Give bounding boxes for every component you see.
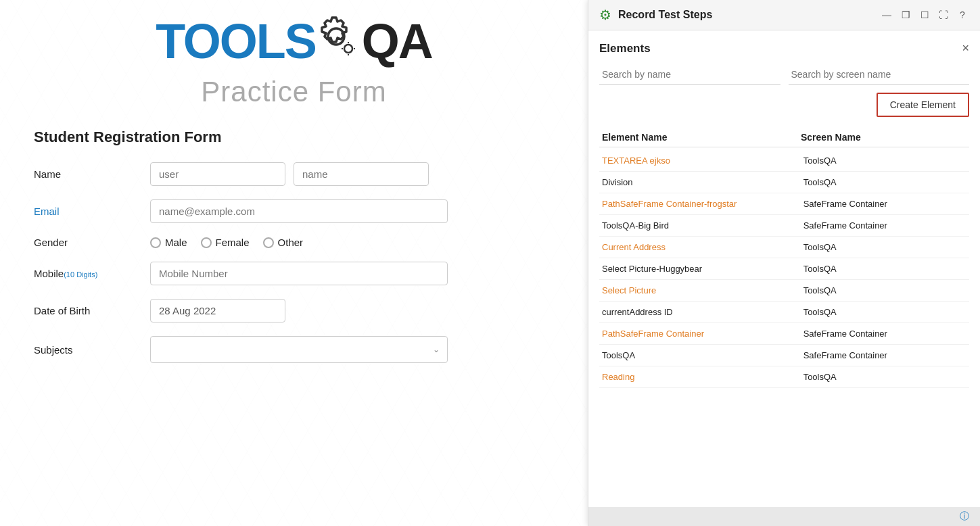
radio-other[interactable]	[263, 237, 274, 248]
dob-row: Date of Birth	[34, 299, 554, 322]
logo-tools-text: TOOLS	[156, 17, 316, 66]
svg-point-0	[344, 45, 352, 53]
panel-body: Elements × Create Element Element Name S…	[588, 30, 980, 526]
logo-gear-icon	[313, 14, 359, 69]
square-button[interactable]: ☐	[918, 8, 931, 22]
subjects-label: Subjects	[34, 344, 142, 356]
panel-titlebar: ⚙ Record Test Steps — ❐ ☐ ⛶ ?	[588, 0, 980, 30]
table-row[interactable]: TEXTAREA ejksoToolsQA	[599, 150, 969, 172]
col-screen-name-header: Screen Name	[801, 132, 966, 143]
gender-label: Gender	[34, 237, 142, 248]
gender-other-option[interactable]: Other	[263, 237, 304, 248]
gender-other-label: Other	[278, 237, 304, 248]
gender-male-option[interactable]: Male	[150, 237, 187, 248]
last-name-input[interactable]	[294, 162, 429, 186]
element-name-cell: PathSafeFrame Container	[602, 329, 803, 339]
element-name-cell: PathSafeFrame Container-frogstar	[602, 199, 803, 209]
dob-label: Date of Birth	[34, 305, 142, 316]
practice-form-title: Practice Form	[201, 76, 386, 108]
subjects-container: ⌄	[150, 336, 448, 363]
table-row[interactable]: PathSafeFrame Container-frogstarSafeFram…	[599, 193, 969, 215]
elements-close-button[interactable]: ×	[962, 41, 969, 55]
dob-input[interactable]	[150, 299, 285, 322]
record-test-steps-panel: ⚙ Record Test Steps — ❐ ☐ ⛶ ? Elements ×…	[588, 0, 980, 526]
radio-male[interactable]	[150, 237, 161, 248]
email-input[interactable]	[150, 199, 448, 223]
elements-header: Elements ×	[599, 41, 969, 55]
table-row[interactable]: Select PictureToolsQA	[599, 280, 969, 302]
table-row[interactable]: ToolsQA-Big BirdSafeFrame Container	[599, 215, 969, 237]
info-icon: ⓘ	[960, 510, 969, 523]
mobile-label-container: Mobile(10 Digits)	[34, 268, 142, 280]
fullscreen-button[interactable]: ⛶	[937, 8, 950, 22]
panel-controls: — ❐ ☐ ⛶ ?	[880, 8, 969, 22]
screen-name-cell: SafeFrame Container	[803, 350, 966, 360]
screen-name-cell: SafeFrame Container	[803, 199, 966, 209]
header-section: TOOLS QA Practice Form	[0, 0, 588, 108]
search-row	[599, 65, 969, 85]
element-name-cell: Division	[602, 177, 803, 187]
mobile-row: Mobile(10 Digits)	[34, 262, 554, 285]
help-button[interactable]: ?	[956, 8, 969, 22]
screen-name-cell: ToolsQA	[803, 264, 966, 274]
element-name-cell: Current Address	[602, 242, 803, 252]
logo-container: TOOLS QA	[156, 14, 432, 69]
name-row: Name	[34, 162, 554, 186]
main-area: TOOLS QA Practice Form Student Registrat…	[0, 0, 588, 526]
gender-male-label: Male	[165, 237, 187, 248]
element-name-cell: TEXTAREA ejkso	[602, 156, 803, 166]
screen-name-cell: SafeFrame Container	[803, 329, 966, 339]
screen-name-cell: ToolsQA	[803, 307, 966, 317]
panel-gear-icon: ⚙	[599, 7, 611, 23]
first-name-input[interactable]	[150, 162, 285, 186]
table-row[interactable]: Select Picture-HuggybearToolsQA	[599, 258, 969, 280]
col-element-name-header: Element Name	[602, 132, 801, 143]
screen-name-cell: ToolsQA	[803, 372, 966, 382]
element-name-cell: Reading	[602, 372, 803, 382]
screen-name-cell: ToolsQA	[803, 177, 966, 187]
table-row[interactable]: ToolsQASafeFrame Container	[599, 345, 969, 366]
screen-name-cell: SafeFrame Container	[803, 220, 966, 231]
form-title: Student Registration Form	[34, 128, 554, 146]
bottom-bar: ⓘ	[588, 507, 980, 526]
table-row[interactable]: ReadingToolsQA	[599, 366, 969, 388]
subjects-input[interactable]	[150, 336, 448, 363]
minimize-button[interactable]: —	[880, 8, 893, 22]
element-name-cell: ToolsQA-Big Bird	[602, 220, 803, 231]
mobile-label: Mobile	[34, 268, 64, 279]
form-section: Student Registration Form Name Email Gen…	[0, 108, 588, 397]
email-label: Email	[34, 206, 142, 217]
table-row[interactable]: currentAddress IDToolsQA	[599, 302, 969, 323]
mobile-input[interactable]	[150, 262, 448, 285]
gender-row: Gender Male Female Other	[34, 237, 554, 248]
screen-name-cell: ToolsQA	[803, 285, 966, 295]
email-row: Email	[34, 199, 554, 223]
create-element-button[interactable]: Create Element	[877, 93, 969, 117]
restore-button[interactable]: ❐	[899, 8, 912, 22]
gender-female-label: Female	[216, 237, 250, 248]
element-name-cell: currentAddress ID	[602, 307, 803, 317]
panel-title: Record Test Steps	[618, 9, 873, 21]
gender-female-option[interactable]: Female	[201, 237, 250, 248]
subjects-row: Subjects ⌄	[34, 336, 554, 363]
name-label: Name	[34, 168, 142, 180]
screen-name-cell: ToolsQA	[803, 242, 966, 252]
mobile-digits: (10 Digits)	[64, 270, 97, 279]
gender-group: Male Female Other	[150, 237, 303, 248]
element-name-cell: Select Picture	[602, 285, 803, 295]
search-name-input[interactable]	[599, 65, 780, 85]
logo-qa-text: QA	[362, 17, 432, 66]
element-name-cell: ToolsQA	[602, 350, 803, 360]
table-row[interactable]: PathSafeFrame ContainerSafeFrame Contain…	[599, 323, 969, 345]
elements-table[interactable]: TEXTAREA ejksoToolsQADivisionToolsQAPath…	[599, 150, 969, 407]
elements-title: Elements	[599, 42, 651, 55]
element-name-cell: Select Picture-Huggybear	[602, 264, 803, 274]
radio-female[interactable]	[201, 237, 212, 248]
table-header-row: Element Name Screen Name	[599, 128, 969, 147]
screen-name-cell: ToolsQA	[803, 156, 966, 166]
search-screen-input[interactable]	[789, 65, 970, 85]
table-row[interactable]: Current AddressToolsQA	[599, 237, 969, 258]
create-element-row: Create Element	[599, 93, 969, 117]
table-row[interactable]: DivisionToolsQA	[599, 172, 969, 193]
